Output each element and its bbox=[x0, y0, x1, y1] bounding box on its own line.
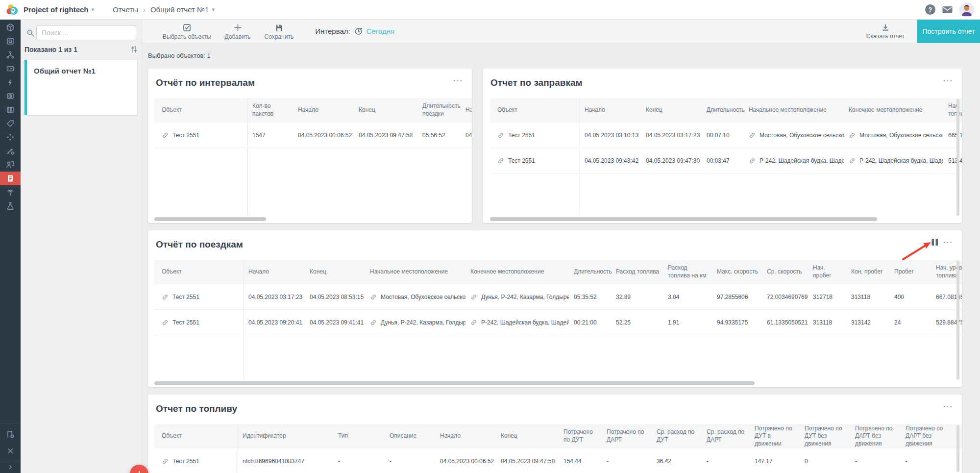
sidebar-item-reports[interactable] bbox=[0, 172, 21, 185]
table-cell: 04.05.2023 09:47:58 bbox=[496, 448, 559, 473]
sidebar-expand-button[interactable] bbox=[0, 461, 21, 473]
column-header: Нач. пробег bbox=[808, 260, 846, 284]
column-header: Конец bbox=[641, 98, 702, 123]
sidebar-item-tools[interactable] bbox=[0, 444, 21, 458]
help-icon[interactable]: ? bbox=[925, 4, 935, 15]
link-icon bbox=[162, 132, 169, 139]
shown-count-label: Показано 1 из 1 bbox=[24, 46, 77, 53]
vertical-scrollbar[interactable] bbox=[956, 99, 959, 216]
sidebar-item-satellite[interactable] bbox=[0, 130, 21, 144]
table-body: Тест 255104.05.2023 03:17:2304.05.2023 0… bbox=[154, 284, 962, 335]
column-header: Описание bbox=[385, 424, 435, 448]
horizontal-scrollbar[interactable] bbox=[154, 217, 266, 221]
vertical-scrollbar[interactable] bbox=[956, 425, 959, 472]
clock-history-icon bbox=[354, 27, 363, 35]
object-link[interactable]: Тест 2551 bbox=[154, 284, 244, 309]
sidebar-item-terminal[interactable] bbox=[0, 62, 21, 75]
add-button[interactable]: Добавить bbox=[218, 22, 258, 41]
column-header: Кол-во пакетов bbox=[247, 98, 293, 123]
column-header: Объект bbox=[154, 98, 247, 123]
object-link[interactable]: Тест 2551 bbox=[154, 123, 247, 148]
table-cell: 04.05.2023 03:17:23 bbox=[641, 123, 702, 148]
card-refuels-report: Отчет по заправкам ⋯ ОбъектНачалоКонецДл… bbox=[483, 69, 962, 223]
sidebar-item-driver-doc[interactable] bbox=[0, 158, 21, 172]
table-cell: 04 bbox=[461, 123, 472, 148]
filter-sliders-icon[interactable] bbox=[130, 45, 138, 53]
object-link[interactable]: Тест 2551 bbox=[154, 448, 238, 473]
table-cell: 3.04 bbox=[663, 284, 712, 309]
table-cell: 04.05.2023 09:47:30 bbox=[641, 148, 702, 173]
report-table: ОбъектКол-во пакетовНачалоКонецДлительно… bbox=[154, 98, 472, 223]
location-link[interactable]: Дунья, Р-242, Казарма, Голдырев... bbox=[466, 284, 569, 309]
more-menu-icon[interactable]: ⋯ bbox=[941, 235, 955, 249]
pause-updates-icon[interactable] bbox=[931, 238, 939, 247]
sidebar-item-flask[interactable] bbox=[0, 199, 21, 213]
object-link[interactable]: Тест 2551 bbox=[490, 123, 580, 148]
location-link[interactable]: Мостовая, Обуховское сельское ... bbox=[365, 284, 466, 309]
table-row: Тест 255104.05.2023 09:20:4104.05.2023 0… bbox=[154, 310, 962, 335]
column-header: Идентификатор bbox=[238, 424, 333, 448]
sidebar-item-bolt[interactable] bbox=[0, 75, 21, 89]
table-header-row: ОбъектНачалоКонецНачальное местоположени… bbox=[154, 260, 962, 284]
sidebar-item-frame[interactable] bbox=[0, 34, 21, 48]
more-menu-icon[interactable]: ⋯ bbox=[451, 74, 465, 87]
sidebar-item-hierarchy[interactable] bbox=[0, 48, 21, 62]
column-header: Конец bbox=[305, 260, 365, 284]
download-report-button[interactable]: Скачать отчет bbox=[854, 22, 917, 41]
card-title: Отчет по топливу bbox=[156, 403, 237, 414]
search-icon bbox=[26, 29, 34, 37]
sidebar-item-snapshot[interactable] bbox=[0, 89, 21, 103]
location-link[interactable]: Р-242, Шадейская будка, Шадейс... bbox=[744, 148, 844, 173]
table-cell: 04.05.2023 00:06:52 bbox=[435, 448, 496, 473]
card-trips-report: Отчёт по поездкам ⋯ ОбъектНачалоКонецНач… bbox=[148, 230, 962, 387]
more-menu-icon[interactable]: ⋯ bbox=[941, 399, 955, 413]
sidebar-item-geo-tools[interactable] bbox=[0, 144, 21, 158]
sidebar-item-doc-settings[interactable] bbox=[0, 427, 21, 441]
location-link[interactable]: Мостовая, Обуховское сельское ... bbox=[744, 123, 844, 148]
card-intervals-report: Отчёт по интервалам ⋯ ОбъектКол-во пакет… bbox=[148, 69, 472, 223]
save-button[interactable]: Сохранить bbox=[258, 22, 301, 41]
icon-sidebar bbox=[0, 20, 21, 473]
sidebar-item-columns[interactable] bbox=[0, 103, 21, 117]
select-objects-button[interactable]: Выбрать объекты bbox=[156, 22, 218, 41]
frozen-column-divider bbox=[238, 424, 238, 473]
table-cell: 04.05.2023 09:20:41 bbox=[244, 310, 305, 335]
column-header: Объект bbox=[490, 98, 580, 123]
table-row: Тест 2551ntcb:869696041083747--04.05.202… bbox=[154, 448, 962, 473]
vertical-scrollbar[interactable] bbox=[956, 261, 959, 380]
frozen-column-divider bbox=[244, 260, 244, 379]
interval-value-link[interactable]: Сегодня bbox=[367, 27, 395, 35]
column-header: Длительность bbox=[569, 260, 611, 284]
report-list-item[interactable]: Общий отчет №1 bbox=[24, 60, 137, 115]
horizontal-scrollbar[interactable] bbox=[490, 217, 877, 221]
table-header-row: ОбъектИдентификаторТипОписаниеНачалоКоне… bbox=[154, 424, 962, 448]
location-link[interactable]: Р-242, Шадейская будка, Шадейс... bbox=[466, 310, 569, 335]
column-header: Начало bbox=[435, 424, 496, 448]
table-cell: - bbox=[385, 448, 435, 473]
build-report-button[interactable]: Построить отчет bbox=[917, 20, 980, 43]
object-link[interactable]: Тест 2551 bbox=[490, 148, 580, 173]
column-header: Начало bbox=[580, 98, 641, 123]
mail-icon[interactable] bbox=[942, 6, 953, 14]
top-bar-actions: ? bbox=[925, 2, 974, 17]
more-menu-icon[interactable]: ⋯ bbox=[941, 74, 955, 87]
frozen-column-divider bbox=[247, 98, 248, 215]
avatar[interactable] bbox=[959, 2, 974, 17]
sidebar-item-objects[interactable] bbox=[0, 21, 21, 34]
location-link[interactable]: Дунья, Р-242, Казарма, Голдырев... bbox=[365, 310, 466, 335]
breadcrumb-section[interactable]: Отчеты bbox=[113, 5, 138, 14]
frozen-column-divider bbox=[580, 98, 580, 215]
table-cell: - bbox=[850, 448, 901, 473]
object-link[interactable]: Тест 2551 bbox=[154, 310, 244, 335]
location-link[interactable]: Мостовая, Обуховское сельское ... bbox=[844, 123, 943, 148]
horizontal-scrollbar[interactable] bbox=[154, 381, 755, 385]
link-icon bbox=[497, 132, 504, 139]
table-row: Тест 255104.05.2023 03:17:2304.05.2023 0… bbox=[154, 284, 962, 310]
breadcrumb-page-selector[interactable]: Общий отчет №1 ▾ bbox=[150, 5, 215, 14]
column-header: Объект bbox=[154, 260, 244, 284]
search-input[interactable] bbox=[36, 25, 136, 40]
sidebar-item-antenna[interactable] bbox=[0, 185, 21, 199]
sidebar-item-tag[interactable] bbox=[0, 117, 21, 130]
project-selector[interactable]: Project of rightech ▾ bbox=[24, 5, 94, 14]
location-link[interactable]: Р-242, Шадейская будка, Шадейс... bbox=[844, 148, 943, 173]
